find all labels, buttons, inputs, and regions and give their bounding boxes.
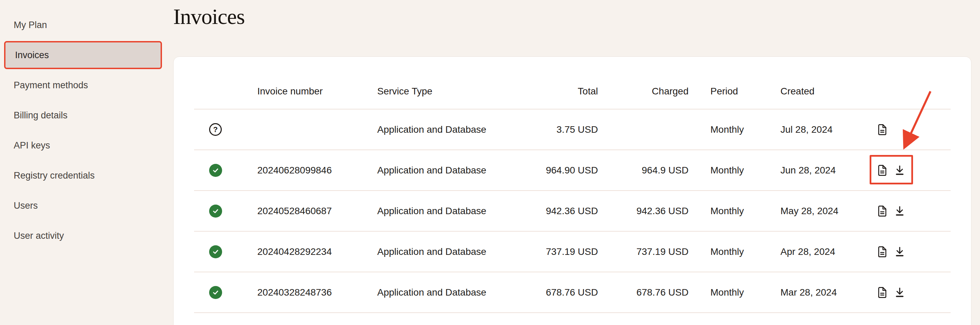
period-column-header: Period — [689, 86, 780, 97]
view-invoice-document-icon[interactable] — [876, 245, 889, 259]
sidebar-item-label: Billing details — [14, 110, 68, 121]
checkmark-glyph — [212, 248, 220, 256]
status-cell: ? — [194, 245, 257, 258]
sidebar-item-billing-details[interactable]: Billing details — [0, 100, 173, 130]
actions-cell — [874, 272, 951, 312]
invoices-card: Invoice number Service Type Total Charge… — [173, 56, 972, 325]
paid-check-icon — [209, 245, 222, 258]
invoice-number-cell: 20240428292234 — [257, 246, 377, 257]
sidebar-item-api-keys[interactable]: API keys — [0, 130, 173, 160]
charged-cell: 942.36 USD — [598, 206, 689, 216]
total-cell: 678.76 USD — [530, 287, 598, 298]
total-cell: 3.75 USD — [530, 124, 598, 135]
actions-cell — [874, 109, 951, 149]
charged-cell: 964.9 USD — [598, 165, 689, 176]
created-cell: May 28, 2024 — [780, 206, 874, 216]
created-cell: Mar 28, 2024 — [780, 287, 874, 298]
service-type-cell: Application and Database — [377, 287, 530, 298]
table-row: ? 20240628099846 Application and Databas… — [194, 149, 951, 190]
billing-app: My Plan Invoices Payment methods Billing… — [0, 0, 980, 325]
table-header-row: Invoice number Service Type Total Charge… — [194, 57, 951, 109]
sidebar-item-label: API keys — [14, 140, 50, 151]
view-invoice-document-icon[interactable] — [876, 285, 889, 300]
invoice-number-column-header: Invoice number — [257, 86, 377, 97]
download-invoice-icon[interactable] — [894, 245, 906, 259]
sidebar-item-registry-credentials[interactable]: Registry credentials — [0, 160, 173, 191]
paid-check-icon — [209, 164, 222, 177]
created-cell: Jun 28, 2024 — [780, 165, 874, 176]
actions-cell — [874, 150, 951, 190]
invoice-number-cell: 20240628099846 — [257, 165, 377, 176]
sidebar-item-label: Invoices — [15, 50, 49, 61]
charged-cell: 737.19 USD — [598, 246, 689, 257]
sidebar-item-label: My Plan — [14, 20, 47, 30]
download-invoice-icon[interactable] — [894, 204, 906, 218]
download-invoice-icon[interactable] — [894, 163, 906, 177]
period-cell: Monthly — [689, 246, 780, 257]
status-cell: ? — [194, 205, 257, 218]
created-cell: Apr 28, 2024 — [780, 246, 874, 257]
billing-settings-sidebar: My Plan Invoices Payment methods Billing… — [0, 0, 173, 325]
table-row: ? 20240528460687 Application and Databas… — [194, 190, 951, 231]
checkmark-glyph — [212, 166, 220, 175]
checkmark-glyph — [212, 288, 220, 296]
table-row: ? Application and Database 3.75 USD Mont… — [194, 109, 951, 149]
service-type-cell: Application and Database — [377, 246, 530, 257]
total-cell: 942.36 USD — [530, 206, 598, 216]
checkmark-glyph — [212, 207, 220, 215]
invoice-number-cell: 20240328248736 — [257, 287, 377, 298]
question-glyph: ? — [213, 126, 218, 133]
table-body: ? Application and Database 3.75 USD Mont… — [194, 109, 951, 325]
invoice-number-cell: 20240528460687 — [257, 206, 377, 216]
total-column-header: Total — [530, 86, 598, 97]
sidebar-item-label: Registry credentials — [14, 170, 95, 181]
main-content: Invoices Invoice number Service Type Tot… — [173, 0, 980, 325]
sidebar-item-user-activity[interactable]: User activity — [0, 221, 173, 251]
total-cell: 737.19 USD — [530, 246, 598, 257]
charged-column-header: Charged — [598, 86, 689, 97]
sidebar-item-label: User activity — [14, 231, 64, 241]
sidebar-item-invoices[interactable]: Invoices — [4, 41, 162, 69]
created-cell: Jul 28, 2024 — [780, 124, 874, 135]
table-row: ? 20240428292234 Application and Databas… — [194, 231, 951, 272]
sidebar-item-label: Users — [14, 200, 38, 211]
table-row: ? 20240228010498 Application and Databas… — [194, 312, 951, 325]
status-cell: ? — [194, 286, 257, 299]
actions-column-header — [874, 74, 951, 109]
sidebar-item-payment-methods[interactable]: Payment methods — [0, 70, 173, 100]
actions-cell — [874, 232, 951, 272]
actions-cell — [874, 191, 951, 231]
status-cell: ? — [194, 123, 257, 136]
status-cell: ? — [194, 164, 257, 177]
paid-check-icon — [209, 205, 222, 218]
view-invoice-document-icon[interactable] — [876, 204, 889, 218]
period-cell: Monthly — [689, 124, 780, 135]
paid-check-icon — [209, 286, 222, 299]
sidebar-item-label: Payment methods — [14, 80, 88, 91]
sidebar-item-my-plan[interactable]: My Plan — [0, 10, 173, 40]
charged-cell: 678.76 USD — [598, 287, 689, 298]
download-invoice-icon[interactable] — [894, 286, 906, 299]
period-cell: Monthly — [689, 287, 780, 298]
view-invoice-document-icon[interactable] — [876, 163, 889, 178]
table-row: ? 20240328248736 Application and Databas… — [194, 272, 951, 312]
page-title: Invoices — [173, 0, 972, 29]
service-type-cell: Application and Database — [377, 206, 530, 216]
total-cell: 964.90 USD — [530, 165, 598, 176]
service-type-column-header: Service Type — [377, 86, 530, 97]
period-cell: Monthly — [689, 165, 780, 176]
sidebar-item-users[interactable]: Users — [0, 191, 173, 221]
view-invoice-document-icon[interactable] — [876, 122, 889, 137]
pending-question-icon[interactable]: ? — [209, 123, 222, 136]
created-column-header: Created — [780, 86, 874, 97]
service-type-cell: Application and Database — [377, 124, 530, 135]
period-cell: Monthly — [689, 206, 780, 216]
service-type-cell: Application and Database — [377, 165, 530, 176]
actions-cell — [874, 313, 951, 325]
